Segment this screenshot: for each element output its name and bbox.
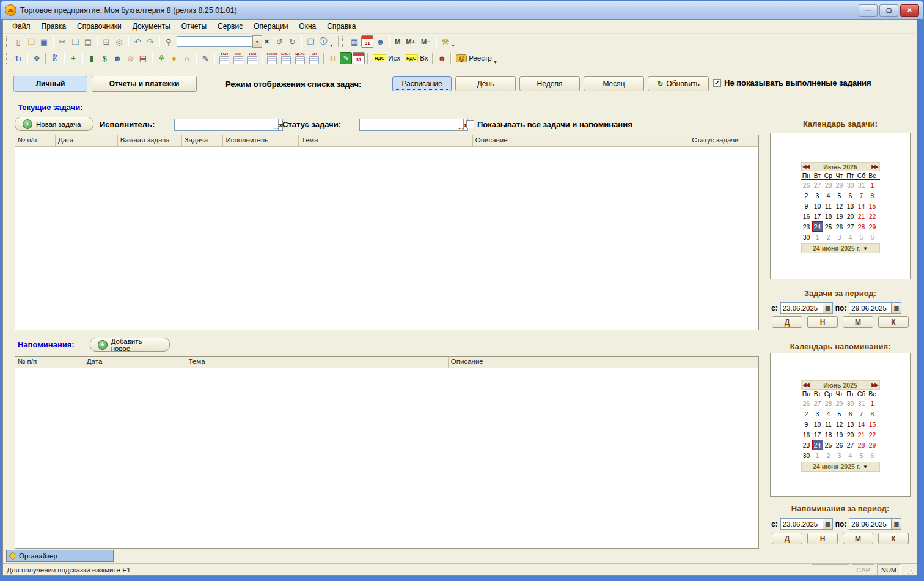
calendar-day[interactable]: 21	[856, 211, 867, 221]
memory-recall-button[interactable]: M	[392, 38, 403, 45]
calendar-day[interactable]: 29	[834, 180, 845, 190]
memory-subtract-button[interactable]: M−	[419, 38, 433, 45]
calendar-day[interactable]: 1	[867, 180, 878, 190]
calendar-day[interactable]: 24	[812, 221, 823, 232]
cut-icon[interactable]: ✂	[56, 35, 68, 48]
calendar-day[interactable]: 24	[812, 440, 823, 450]
calendar-day[interactable]: 22	[867, 429, 878, 440]
quick-search-input[interactable]	[177, 36, 252, 47]
menu-item-7[interactable]: Операции	[248, 21, 293, 32]
minimize-button[interactable]: —	[859, 4, 878, 17]
books-icon[interactable]: ▤	[137, 52, 149, 64]
calendar-day[interactable]: 8	[867, 190, 878, 201]
doc-uslugi-icon[interactable]: УСЛ	[218, 52, 231, 64]
calendar-day[interactable]: 3	[834, 450, 845, 461]
plan-accounts-icon[interactable]: ±	[67, 52, 79, 64]
calendar-day[interactable]: 26	[834, 221, 845, 232]
menu-item-3[interactable]: Справочники	[72, 21, 127, 32]
memory-add-button[interactable]: M+	[403, 38, 418, 45]
calendar-next-icon[interactable]: ▶▶	[871, 164, 878, 169]
calendar-day[interactable]: 26	[801, 398, 812, 409]
calendar-picker-icon[interactable]: ▦	[823, 303, 832, 313]
task-status-input[interactable]	[359, 119, 458, 131]
column-header-3[interactable]: Важная задача	[118, 135, 182, 146]
calendar-day[interactable]: 23	[801, 221, 812, 232]
calendar-day[interactable]: 29	[867, 221, 878, 232]
mode-day-button[interactable]: День	[455, 76, 516, 91]
column-header-4[interactable]: Задача	[182, 135, 224, 146]
exit-door-icon[interactable]: ⌂	[181, 52, 193, 64]
calendar-day[interactable]: 7	[856, 409, 867, 419]
person-card-icon[interactable]: ☺	[124, 52, 136, 64]
calendar-day[interactable]: 1	[812, 232, 823, 242]
calendar-day[interactable]: 14	[856, 201, 867, 211]
find-icon[interactable]: ⚲	[163, 35, 175, 48]
structure-icon[interactable]: ❖	[31, 52, 43, 64]
calendar-day[interactable]: 31	[856, 180, 867, 190]
service-settings-icon[interactable]: ⚒	[439, 35, 452, 48]
find-previous-icon[interactable]: ↺	[273, 35, 285, 48]
calendar-day[interactable]: 13	[845, 419, 856, 429]
menu-item-9[interactable]: Справка	[321, 21, 361, 32]
safe-icon[interactable]: ▮	[86, 52, 98, 64]
resize-grip[interactable]	[904, 566, 913, 574]
calendar-day[interactable]: 19	[834, 429, 845, 440]
money-icon[interactable]: $	[98, 52, 111, 64]
hide-completed-checkbox[interactable]: ✓	[713, 79, 721, 87]
paste-icon[interactable]: ▤	[82, 35, 94, 48]
calendar-day[interactable]: 4	[823, 190, 834, 201]
calendar-picker-icon[interactable]: ▦	[891, 519, 901, 529]
task-range-д-button[interactable]: Д	[772, 316, 802, 328]
show-all-checkbox[interactable]	[466, 120, 474, 128]
cart-icon[interactable]: ⊔	[327, 52, 339, 64]
menu-item-2[interactable]: Правка	[36, 21, 72, 32]
calendar-day[interactable]: 15	[867, 201, 878, 211]
calendar-day[interactable]: 14	[856, 419, 867, 429]
calendar-day[interactable]: 9	[801, 419, 812, 429]
edit-document-icon[interactable]: ✎	[199, 52, 211, 64]
calendar-day[interactable]: 11	[823, 419, 834, 429]
toolbar-handle[interactable]	[6, 36, 9, 47]
maximize-button[interactable]: ▢	[879, 4, 898, 17]
reminder-period-from-value[interactable]: 23.06.2025	[781, 520, 823, 528]
column-header-2[interactable]: Дата	[56, 135, 118, 146]
calendar-day[interactable]: 5	[856, 450, 867, 461]
toolbar-handle[interactable]	[342, 36, 345, 47]
calendar-day[interactable]: 28	[823, 398, 834, 409]
task-range-н-button[interactable]: Н	[807, 316, 838, 328]
reminder-period-to-value[interactable]: 29.06.2025	[849, 520, 891, 528]
calendar-day[interactable]: 6	[867, 232, 878, 242]
calendar-day[interactable]: 30	[801, 232, 812, 242]
calendar-day[interactable]: 22	[867, 211, 878, 221]
calendar-day[interactable]: 6	[867, 450, 878, 461]
calendar-day[interactable]: 4	[845, 232, 856, 242]
task-period-to-value[interactable]: 29.06.2025	[849, 305, 891, 312]
calendar-day[interactable]: 2	[801, 409, 812, 419]
calendar-day[interactable]: 10	[812, 419, 823, 429]
redo-icon[interactable]: ↷	[144, 35, 156, 48]
refresh-button[interactable]: ↻ Обновить	[648, 76, 709, 91]
column-header-6[interactable]: Тема	[299, 135, 473, 146]
menu-item-8[interactable]: Окна	[293, 21, 321, 32]
calendar-icon[interactable]: 31	[361, 35, 373, 48]
calendar-day[interactable]: 28	[856, 440, 867, 450]
column-header-1[interactable]: № п/п	[15, 135, 56, 146]
calendar-day[interactable]: 1	[812, 450, 823, 461]
save-icon[interactable]: ▣	[38, 35, 50, 48]
calendar-day[interactable]: 3	[834, 232, 845, 242]
calendar-day[interactable]: 4	[845, 450, 856, 461]
column-header-3[interactable]: Тема	[186, 357, 449, 368]
calendar-day[interactable]: 16	[801, 211, 812, 221]
find-next-icon[interactable]: ↻	[286, 35, 298, 48]
calendar-day[interactable]: 30	[845, 180, 856, 190]
info-icon[interactable]: ⓘ	[317, 35, 329, 48]
undo-icon[interactable]: ↶	[131, 35, 144, 48]
close-button[interactable]: ✕	[900, 4, 919, 17]
calendar-day[interactable]: 1	[867, 398, 878, 409]
info-dropdown[interactable]: ▾	[330, 43, 336, 50]
mode-week-button[interactable]: Неделя	[519, 76, 580, 91]
reminder-range-н-button[interactable]: Н	[807, 533, 838, 544]
calendar-day[interactable]: 25	[823, 440, 834, 450]
menu-item-6[interactable]: Сервис	[212, 21, 248, 32]
calendar-prev-icon[interactable]: ◀◀	[803, 382, 809, 388]
